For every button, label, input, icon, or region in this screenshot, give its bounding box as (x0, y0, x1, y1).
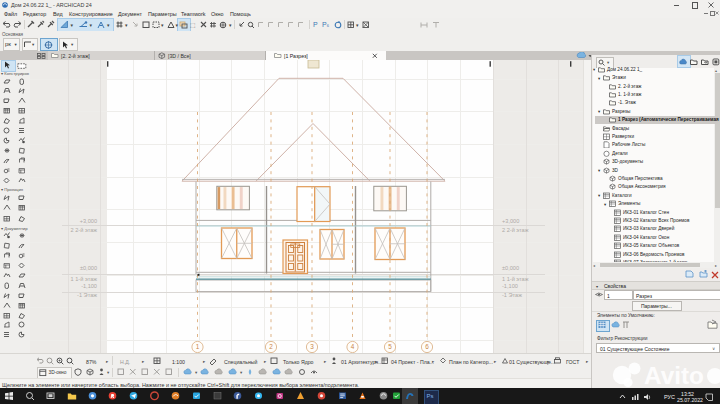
svg-text:3: 3 (310, 343, 314, 350)
svg-text:2: 2 (269, 343, 273, 350)
svg-text:-1,100: -1,100 (502, 283, 518, 289)
svg-text:-1 Этаж: -1 Этаж (77, 292, 97, 298)
svg-text:2 2-й этаж: 2 2-й этаж (71, 227, 98, 233)
svg-text:+3,000: +3,000 (80, 218, 97, 224)
svg-text:1 1-й этаж: 1 1-й этаж (71, 276, 98, 282)
svg-text:4: 4 (351, 343, 355, 350)
svg-text:2 2-й этаж: 2 2-й этаж (502, 227, 529, 233)
svg-text:1 1-й этаж: 1 1-й этаж (502, 276, 529, 282)
svg-text:±0,000: ±0,000 (80, 265, 97, 271)
svg-text:+3,000: +3,000 (502, 218, 519, 224)
svg-text:Avito: Avito (644, 363, 704, 388)
svg-text:-1 Этаж: -1 Этаж (502, 292, 522, 298)
svg-text:5: 5 (388, 343, 392, 350)
svg-text:6: 6 (425, 343, 429, 350)
svg-text:1: 1 (196, 343, 200, 350)
svg-text:-1,100: -1,100 (81, 283, 97, 289)
svg-text:±0,000: ±0,000 (502, 265, 519, 271)
